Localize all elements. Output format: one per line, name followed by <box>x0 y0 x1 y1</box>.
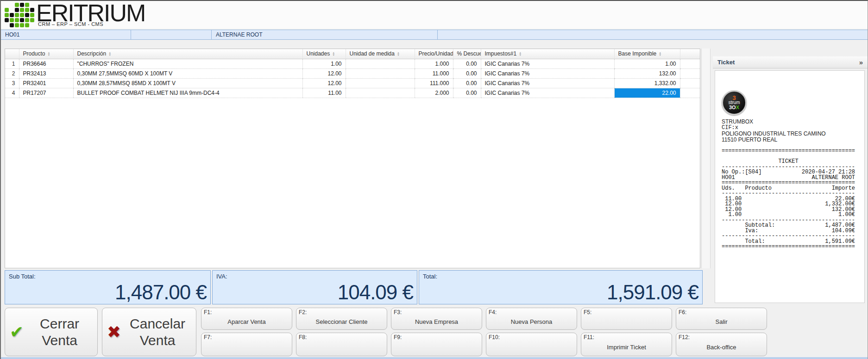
column-header-impuestos[interactable]: Impuestos#1 <box>481 49 614 59</box>
sort-icon <box>108 52 111 56</box>
column-header-descripcion[interactable]: Descripción <box>73 49 302 59</box>
precio-cell[interactable]: 1.000 <box>415 59 453 68</box>
descuento-cell[interactable]: 0.00 <box>453 78 481 88</box>
impuestos-cell[interactable]: IGIC Canarias 7% <box>481 88 614 98</box>
column-header-descuento[interactable]: % Descuento <box>453 49 481 59</box>
fkey-button-f10[interactable]: F10: <box>486 333 577 356</box>
table-row[interactable]: 3 PR32401 0,30MM 28,57MMSQ 85MD X 100MT … <box>5 78 700 88</box>
vertical-scrollbar[interactable] <box>701 49 711 268</box>
cancel-sale-button[interactable]: ✖ Cancelar Venta <box>102 308 196 356</box>
base-imponible-cell-selected[interactable]: 22.00 <box>614 88 680 98</box>
column-header-unidades[interactable]: Unidades <box>302 49 346 59</box>
precio-cell[interactable]: 11.000 <box>415 68 453 78</box>
unidades-cell[interactable]: 1.00 <box>302 59 346 68</box>
column-header-precio-unidad[interactable]: Precio/Unidad <box>415 49 453 59</box>
descuento-cell[interactable]: 0.00 <box>453 68 481 78</box>
fkey-button-f5[interactable]: F5: <box>581 308 672 330</box>
producto-cell[interactable]: PR36646 <box>19 59 73 68</box>
sort-icon <box>397 52 400 56</box>
unidad-medida-cell[interactable] <box>346 88 415 98</box>
rownum-cell: 3 <box>5 78 19 88</box>
total-value: 1,591.09 € <box>607 281 698 304</box>
precio-cell[interactable]: 111.000 <box>415 78 453 88</box>
column-header-unidad-medida[interactable]: Unidad de medida <box>346 49 415 59</box>
precio-cell[interactable]: 2.000 <box>415 88 453 98</box>
fkey-label: F8: <box>296 333 387 340</box>
rownum-cell: 4 <box>5 88 19 98</box>
sort-icon <box>659 52 661 56</box>
unidades-cell[interactable]: 11.00 <box>302 88 346 98</box>
unidad-medida-cell[interactable] <box>346 68 415 78</box>
column-header-rownum <box>5 49 19 59</box>
ticket-preview: 3 strum 3OX STRUMBOX CIF:x POLIGONO INDU… <box>715 70 865 303</box>
unidad-medida-cell[interactable] <box>346 78 415 88</box>
fkey-button-f11[interactable]: F11: Imprimir Ticket <box>581 333 672 356</box>
sort-icon <box>48 52 50 56</box>
fkey-action-label: Imprimir Ticket <box>581 340 672 356</box>
fkey-action-label: Aparcar Venta <box>201 316 292 329</box>
fkey-label: F11: <box>581 333 672 340</box>
descripcion-cell[interactable]: "CHURROS" FROZEN <box>73 59 302 68</box>
descripcion-cell[interactable]: 0,30MM 27,5MMSQ 60MD X 100MT V <box>73 68 302 78</box>
fkey-action-label: Nueva Empresa <box>391 316 482 329</box>
column-header-base-imponible[interactable]: Base Imponible <box>614 49 680 59</box>
fkey-action-label: Back-office <box>676 340 767 356</box>
fkey-action-label: Nueva Persona <box>486 316 577 329</box>
location-bar: HO01 ALTERNAE ROOT <box>1 30 868 40</box>
producto-cell[interactable]: PR17207 <box>19 88 73 98</box>
fkey-action-label: Seleccionar Cliente <box>296 316 387 329</box>
x-icon: ✖ <box>107 324 121 340</box>
ticket-panel-header: Ticket » <box>713 56 868 68</box>
impuestos-cell[interactable]: IGIC Canarias 7% <box>481 59 614 68</box>
descripcion-cell[interactable]: 0,30MM 28,57MMSQ 85MD X 100MT V <box>73 78 302 88</box>
unidades-cell[interactable]: 12.00 <box>302 68 346 78</box>
base-imponible-cell[interactable]: 132.00 <box>614 68 680 78</box>
close-sale-label: Cerrar Venta <box>26 316 93 349</box>
app-header: ERITRIUM CRM – ERP – SCM - CMS <box>1 1 868 29</box>
descripcion-cell[interactable]: BULLET PROOF COMBAT HELMET NIJ IIIA 9mm-… <box>73 88 302 98</box>
table-row[interactable]: 4 PR17207 BULLET PROOF COMBAT HELMET NIJ… <box>5 88 700 98</box>
unidad-medida-cell[interactable] <box>346 59 415 68</box>
fkey-button-f6[interactable]: F6: Salir <box>676 308 767 330</box>
iva-box: IVA: 104.09 € <box>212 270 417 304</box>
ticket-panel: Ticket » 3 strum 3OX STRUMBOX CIF:x POLI… <box>713 56 868 305</box>
fkey-button-f4[interactable]: F4: Nueva Persona <box>486 308 577 330</box>
impuestos-cell[interactable]: IGIC Canarias 7% <box>481 68 614 78</box>
table-row[interactable]: 1 PR36646 "CHURROS" FROZEN 1.00 1.000 0.… <box>5 59 700 68</box>
rownum-cell: 1 <box>5 59 19 68</box>
location-empty-cell <box>131 30 212 39</box>
ticket-company-name: STRUMBOX <box>722 119 859 125</box>
fkey-button-f9[interactable]: F9: <box>391 333 482 356</box>
base-imponible-cell[interactable]: 1.00 <box>614 59 680 68</box>
fkey-label: F1: <box>201 308 292 316</box>
fkey-button-f1[interactable]: F1: Aparcar Venta <box>201 308 292 330</box>
fkey-button-f12[interactable]: F12: Back-office <box>676 333 767 356</box>
fkey-label: F7: <box>201 333 292 340</box>
column-header-producto[interactable]: Producto <box>19 49 73 59</box>
collapse-panel-icon[interactable]: » <box>859 58 863 66</box>
close-sale-button[interactable]: ✔ Cerrar Venta <box>5 308 98 356</box>
subtotal-value: 1,487.00 € <box>115 281 207 304</box>
sort-icon <box>332 52 335 56</box>
producto-cell[interactable]: PR32413 <box>19 68 73 78</box>
base-imponible-cell[interactable]: 1,332.00 <box>614 78 680 88</box>
cancel-sale-label: Cancelar Venta <box>124 316 191 349</box>
fkey-action-label: Salir <box>676 316 767 329</box>
impuestos-cell[interactable]: IGIC Canarias 7% <box>481 78 614 88</box>
fkey-button-f2[interactable]: F2: Seleccionar Cliente <box>296 308 387 330</box>
fkey-button-f7[interactable]: F7: <box>201 333 292 356</box>
table-row[interactable]: 2 PR32413 0,30MM 27,5MMSQ 60MD X 100MT V… <box>5 68 700 78</box>
fkey-label: F12: <box>676 333 767 340</box>
fkey-button-f3[interactable]: F3: Nueva Empresa <box>391 308 482 330</box>
fkey-label: F10: <box>486 333 577 340</box>
unidades-cell[interactable]: 12.00 <box>302 78 346 88</box>
fkey-grid: F1: Aparcar Venta F2: Seleccionar Client… <box>201 308 767 356</box>
fkey-button-f8[interactable]: F8: <box>296 333 387 356</box>
fkey-label: F2: <box>296 308 387 316</box>
fkey-action-label <box>296 340 387 356</box>
fkey-label: F5: <box>581 308 672 316</box>
descuento-cell[interactable]: 0.00 <box>453 88 481 98</box>
producto-cell[interactable]: PR32401 <box>19 78 73 88</box>
column-header-filler <box>680 49 700 59</box>
descuento-cell[interactable]: 0.00 <box>453 59 481 68</box>
